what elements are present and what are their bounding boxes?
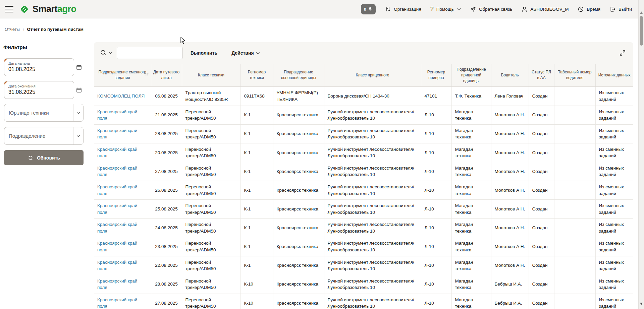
column-header-12[interactable]: Источник данных [595,64,633,87]
user-menu[interactable]: ASHURBEGOV_M [521,6,569,12]
cell-3: Переносной трекер/ADM50 [182,237,240,256]
division-link[interactable]: Красноярский край поля [97,184,137,196]
division-select[interactable]: Подразделение [4,127,84,145]
column-header-label: Табельный номер водителя [558,70,592,80]
cell-6: Ручной инструмент лесовосстановителя/​Лу… [324,181,421,200]
scrollbar-thumb[interactable] [640,16,643,46]
cell-4: К-1 [240,256,273,275]
column-header-2[interactable]: Дата путевого листа [151,64,182,87]
cell-9: Молотков А Н. [491,162,529,181]
cell-9: Молотков А Н. [491,181,529,200]
chevron-down-icon [76,135,80,137]
organization-button[interactable]: Организация [385,6,421,12]
cell-5: Красноярск техника [273,162,324,181]
logout-button[interactable]: Выйти [609,6,632,12]
cell-11 [554,143,595,162]
time-button[interactable]: Время [578,6,600,12]
column-header-label: Источник данных [598,73,631,77]
date-end-calendar-button[interactable] [74,84,84,96]
division-link[interactable]: КОМСОМОЛЕЦ ПОЛЯ [97,94,145,99]
notification-count: 0 [364,7,366,12]
execute-button[interactable]: Выполнить [191,50,217,56]
cell-11 [554,87,595,106]
division-link[interactable]: Красноярский край поля [97,166,137,177]
smartagro-logo-icon [19,4,30,15]
column-header-8[interactable]: Подразделение прицепной единицы [451,64,491,87]
table-row: Красноярский край поля28.08.2025Переносн… [94,124,633,143]
cell-1: Красноярский край поля [94,106,151,124]
division-link[interactable]: Красноярский край поля [97,297,137,309]
cell-11 [554,200,595,219]
division-link[interactable]: Красноярский край поля [97,128,137,140]
division-link[interactable]: Красноярский край поля [97,260,137,271]
sort-ascending-icon[interactable] [144,72,149,78]
cell-11 [554,275,595,294]
division-link[interactable]: Красноярский край поля [97,241,137,252]
cell-4: К-1 [240,200,273,219]
cell-5: Красноярск техника [273,143,324,162]
cell-6: Ручной инструмент лесовосстановителя/​Лу… [324,294,421,309]
cell-5: Красноярск техника [273,200,324,219]
cell-5: Красноярск техника [273,181,324,200]
cell-9: Молотков А Н. [491,256,529,275]
column-header-3[interactable]: Класс техники [182,64,240,87]
column-header-11[interactable]: Табельный номер водителя [554,64,595,87]
app-logo[interactable]: Smartagro [19,4,76,15]
division-link[interactable]: Красноярский край поля [97,203,137,215]
date-end-value[interactable]: 31.08.2025 [8,89,70,95]
vertical-scrollbar[interactable] [638,0,644,309]
help-menu[interactable]: ? Помощь [430,6,461,13]
date-end-field[interactable]: Дата окончания 31.08.2025 [4,81,74,99]
filters-title: Фильтры [3,44,84,50]
table-row: Красноярский край поля28.08.2025Переносн… [94,275,633,294]
column-header-6[interactable]: Класс прицепного [324,64,421,87]
column-header-7[interactable]: Регномер прицепа [421,64,451,87]
chevron-down-icon [76,112,80,114]
maximize-report-button[interactable] [619,50,627,56]
cell-12: Из сменных заданий [595,106,633,124]
hamburger-menu-button[interactable] [5,6,13,12]
cell-7: Л-10 [421,162,451,181]
division-link[interactable]: Красноярский край поля [97,222,137,234]
scroll-down-arrow[interactable] [640,303,643,305]
cell-7: Л-10 [421,181,451,200]
cell-6: Ручной инструмент лесовосстановителя/​Лу… [324,256,421,275]
cell-11 [554,237,595,256]
legal-entity-select[interactable]: Юр.лицо техники [4,104,84,122]
cell-10: Создан [529,124,554,143]
date-start-field[interactable]: Дата начала 01.08.2025 [4,58,74,76]
notifications-button[interactable]: 0 [361,4,376,14]
column-header-5[interactable]: Подразделение основной единицы [273,64,324,87]
column-header-4[interactable]: Регномер техники [240,64,273,87]
cell-12: Из сменных заданий [595,219,633,237]
division-link[interactable]: Красноярский край поля [97,147,137,159]
cell-11 [554,162,595,181]
division-link[interactable]: Красноярский край поля [97,279,137,290]
cell-2: 28.08.2025 [151,124,182,143]
swap-vertical-icon [385,6,391,12]
actions-menu-button[interactable]: Действия [231,50,260,56]
report-toolbar: Выполнить Действия [94,42,633,64]
cell-3: Переносной трекер/ADM50 [182,181,240,200]
search-options-button[interactable] [100,49,112,57]
cell-2: 22.08.2025 [151,256,182,275]
refresh-button[interactable]: Обновить [4,150,84,165]
division-link[interactable]: Красноярский край поля [97,109,137,121]
cell-12: Из сменных заданий [595,294,633,309]
cell-8: Магадан техника [451,219,491,237]
required-marker [4,81,7,84]
cell-4: К-1 [240,106,273,124]
date-start-value[interactable]: 01.08.2025 [8,66,70,72]
column-header-label: Дата путевого листа [153,70,179,80]
column-header-1[interactable]: Подразделение сменного задания [94,64,151,87]
feedback-button[interactable]: Обратная связь [470,6,512,12]
cell-9: Бебрыш И.А. [491,275,529,294]
cell-8: Магадан техника [451,106,491,124]
column-header-10[interactable]: Статус ПЛ в АА [529,64,554,87]
breadcrumb-reports-link[interactable]: Отчеты [5,27,20,32]
search-input[interactable] [117,47,182,59]
scroll-up-arrow[interactable] [640,11,643,14]
column-header-label: Класс техники [198,73,224,77]
date-start-calendar-button[interactable] [74,62,84,73]
column-header-9[interactable]: Водитель [491,64,529,87]
